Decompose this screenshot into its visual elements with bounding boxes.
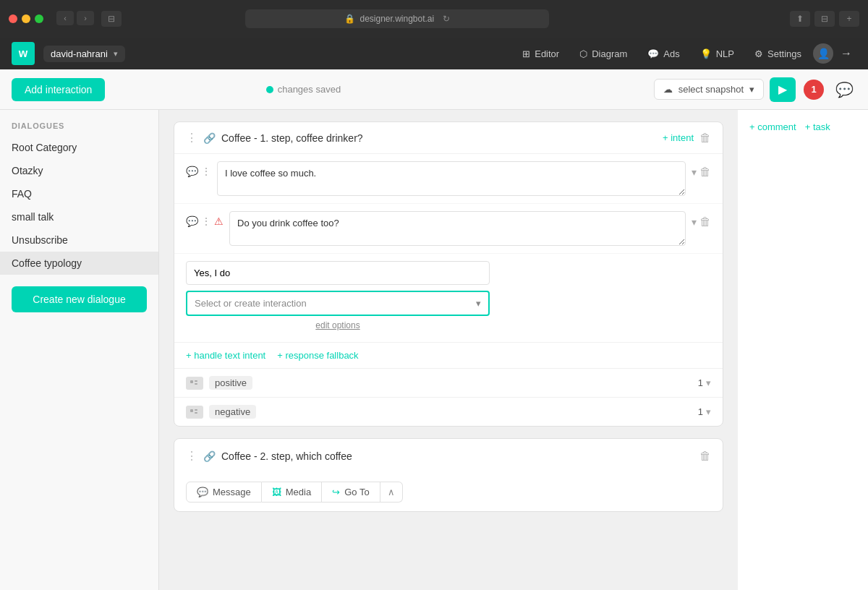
delete-dialogue-icon[interactable]: 🗑 <box>699 132 711 145</box>
intent-button[interactable]: + intent <box>663 132 694 143</box>
response-positive-icon <box>186 377 203 390</box>
back-button[interactable]: ‹ <box>56 11 74 25</box>
nav-link-diagram[interactable]: ⬡ Diagram <box>571 44 636 64</box>
goto-tab-icon: ↪ <box>332 487 340 497</box>
sidebar-item-otazky[interactable]: Otazky <box>0 159 158 182</box>
sidebar-item-otazky-label: Otazky <box>12 165 43 176</box>
tab-goto-button[interactable]: ↪ Go To <box>322 482 380 503</box>
diagram-label: Diagram <box>592 48 627 59</box>
alert-count: 1 <box>811 84 816 95</box>
message-textarea-2[interactable]: Do you drink coffee too? <box>229 211 686 246</box>
tab-media-button[interactable]: 🖼 Media <box>262 482 322 503</box>
message-textarea-1[interactable]: I love coffee so much. <box>217 161 686 196</box>
snapshot-selector[interactable]: ☁ select snapshot ▾ <box>654 79 764 100</box>
response-negative-count: 1 ▾ <box>698 406 711 417</box>
message-right-2: ▾ 🗑 <box>692 211 711 228</box>
sidebar-item-root-category[interactable]: Root Category <box>0 136 158 159</box>
drag-handle-icon[interactable]: ⋮ <box>186 131 197 145</box>
alert-button[interactable]: 1 <box>801 77 826 102</box>
sidebar-item-small-talk-label: small talk <box>12 211 54 223</box>
window-tab-button[interactable]: ⊟ <box>101 11 122 27</box>
cloud-icon: ☁ <box>663 84 673 95</box>
sidebar-item-coffee-typology[interactable]: Coffee typology <box>0 252 158 275</box>
response-fallback-link[interactable]: + response fallback <box>277 350 358 361</box>
traffic-light-red[interactable] <box>9 14 17 23</box>
add-task-button[interactable]: + task <box>805 121 830 132</box>
message-expand-icon-2[interactable]: ▾ <box>692 216 697 228</box>
message-bubble-icon: 💬 <box>186 166 198 177</box>
edit-options-link[interactable]: edit options <box>186 320 490 330</box>
nav-arrow-icon[interactable]: → <box>836 43 856 64</box>
message-bubble-icon-2: 💬 <box>186 215 198 227</box>
message-delete-icon-2[interactable]: 🗑 <box>699 215 711 228</box>
bottom-tab-bar: 💬 Message 🖼 Media ↪ Go To ∧ <box>174 473 723 511</box>
sidebar-item-small-talk[interactable]: small talk <box>0 205 158 228</box>
svg-rect-4 <box>195 409 197 411</box>
response-positive-count-val: 1 <box>698 377 703 388</box>
tab-message-label: Message <box>213 487 251 497</box>
nav-link-nlp[interactable]: 💡 NLP <box>692 44 743 64</box>
svg-rect-3 <box>190 409 193 412</box>
forward-button[interactable]: › <box>77 11 94 25</box>
message-options-icon[interactable]: ⋮ <box>201 166 211 177</box>
delete-dialogue-icon-2[interactable]: 🗑 <box>699 450 711 463</box>
nav-link-settings[interactable]: ⚙ Settings <box>746 44 810 64</box>
traffic-light-yellow[interactable] <box>22 14 30 23</box>
svg-rect-5 <box>195 412 197 414</box>
sidebar: DIALOGUES Root Category Otazky FAQ small… <box>0 110 159 590</box>
add-comment-button[interactable]: + comment <box>749 121 796 132</box>
url-text: designer.wingbot.ai <box>359 14 434 24</box>
settings-label: Settings <box>767 48 801 59</box>
comment-button[interactable]: 💬 <box>832 77 856 102</box>
message-expand-icon-1[interactable]: ▾ <box>692 166 697 178</box>
response-negative-expand-icon[interactable]: ▾ <box>706 406 711 417</box>
play-button[interactable]: ▶ <box>770 77 796 102</box>
tab-goto-label: Go To <box>344 487 369 497</box>
nav-link-editor[interactable]: ⊞ Editor <box>514 44 568 64</box>
toolbar: Add interaction changes saved ☁ select s… <box>0 69 868 110</box>
account-selector[interactable]: david-nahrani ▾ <box>43 46 125 62</box>
warning-icon: ⚠ <box>214 215 224 227</box>
nav-links: ⊞ Editor ⬡ Diagram 💬 Ads 💡 NLP ⚙ Setting… <box>514 43 856 64</box>
message-delete-icon-1[interactable]: 🗑 <box>699 166 711 179</box>
add-interaction-button[interactable]: Add interaction <box>12 78 105 101</box>
interaction-select[interactable]: Select or create interaction ▾ <box>186 291 490 316</box>
create-dialogue-button[interactable]: Create new dialogue <box>12 286 147 312</box>
user-avatar[interactable]: 👤 <box>813 43 833 64</box>
editor-icon: ⊞ <box>522 48 530 59</box>
sidebar-item-unsubscribe[interactable]: Unsubscribe <box>0 228 158 252</box>
collapse-icon: ∧ <box>388 487 395 497</box>
sidebar-item-unsubscribe-label: Unsubscribe <box>12 234 68 246</box>
traffic-light-green[interactable] <box>35 14 43 23</box>
svg-rect-2 <box>195 383 197 385</box>
nlp-icon: 💡 <box>700 48 712 59</box>
alert-icon: 1 <box>804 80 824 100</box>
drag-handle-icon-2[interactable]: ⋮ <box>186 449 197 463</box>
main-content: DIALOGUES Root Category Otazky FAQ small… <box>0 110 868 590</box>
window-chrome: ‹ › ⊟ 🔒 designer.wingbot.ai ↻ ⬆ ⊟ + <box>0 0 868 38</box>
dialogue-header-2: ⋮ 🔗 Coffee - 2. step, which coffee 🗑 <box>174 439 723 473</box>
handle-text-intent-link[interactable]: + handle text intent <box>186 350 265 361</box>
svg-rect-1 <box>195 380 197 382</box>
lock-icon: 🔒 <box>344 14 355 24</box>
share-button[interactable]: ⬆ <box>790 11 810 27</box>
refresh-button[interactable]: ↻ <box>443 14 450 24</box>
sidebar-item-faq[interactable]: FAQ <box>0 182 158 205</box>
answer-input[interactable] <box>186 261 490 285</box>
interaction-select-label: Select or create interaction <box>195 298 307 309</box>
nav-link-ads[interactable]: 💬 Ads <box>639 44 688 64</box>
message-block-1: 💬 ⋮ I love coffee so much. ▾ 🗑 <box>174 154 723 204</box>
tab-collapse-button[interactable]: ∧ <box>380 482 403 503</box>
link-icon-2: 🔗 <box>203 450 216 462</box>
traffic-lights <box>9 14 43 23</box>
tab-message-button[interactable]: 💬 Message <box>186 482 262 503</box>
message-options-icon-2[interactable]: ⋮ <box>201 215 211 227</box>
response-positive-expand-icon[interactable]: ▾ <box>706 377 711 388</box>
tab-overview-button[interactable]: ⊟ <box>814 11 835 27</box>
account-dropdown-arrow: ▾ <box>114 49 118 59</box>
interaction-select-arrow: ▾ <box>476 298 481 309</box>
address-bar[interactable]: 🔒 designer.wingbot.ai ↻ <box>245 9 549 28</box>
changes-saved-text: changes saved <box>278 84 341 95</box>
new-tab-button[interactable]: + <box>839 11 859 27</box>
message-tab-icon: 💬 <box>197 487 208 497</box>
